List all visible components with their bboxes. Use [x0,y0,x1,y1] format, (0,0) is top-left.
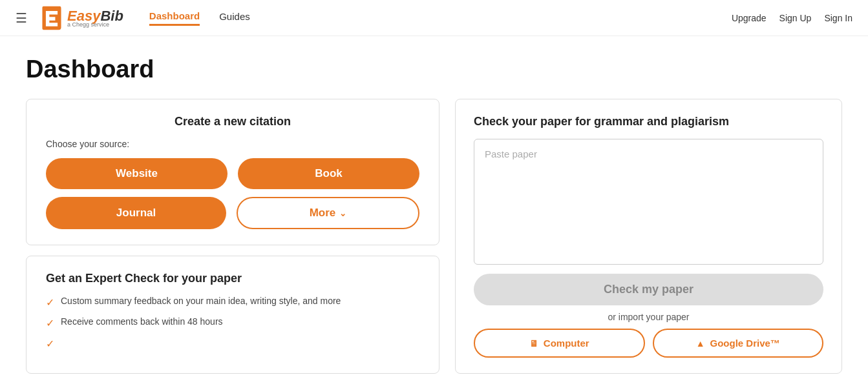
logo[interactable]: Easy Bib a Chegg service [40,5,123,31]
citation-card-title: Create a new citation [46,115,419,128]
computer-icon: 🖥 [529,338,538,349]
logo-subtitle: a Chegg service [67,22,123,28]
expert-item-1: ✓ Custom summary feedback on your main i… [46,296,419,309]
expert-item-1-text: Custom summary feedback on your main ide… [61,296,341,306]
header-left: ☰ Easy Bib a Chegg service Dashboard Gui… [16,5,250,31]
main-nav: Dashboard Guides [149,10,250,26]
grammar-card-title: Check your paper for grammar and plagiar… [474,115,823,128]
page-title: Dashboard [26,56,842,83]
import-buttons: 🖥 Computer ▲ Google Drive™ [474,329,823,358]
two-col-layout: Create a new citation Choose your source… [26,99,842,374]
more-label: More [310,207,336,219]
checkmark-icon-3: ✓ [46,338,54,350]
expert-item-3: ✓ [46,337,419,350]
source-row-1: Website Book [46,158,419,189]
header-right: Upgrade Sign Up Sign In [732,13,852,23]
google-drive-import-label: Google Drive™ [710,338,780,349]
check-paper-button[interactable]: Check my paper [474,274,823,305]
nav-item-guides[interactable]: Guides [219,11,250,25]
book-button[interactable]: Book [238,158,419,189]
or-import-label: or import your paper [474,312,823,322]
nav-item-dashboard[interactable]: Dashboard [149,10,200,26]
expert-item-2-text: Receive comments back within 48 hours [61,316,223,327]
checkmark-icon-2: ✓ [46,317,54,329]
expert-card-title: Get an Expert Check for your paper [46,272,419,285]
google-drive-import-button[interactable]: ▲ Google Drive™ [653,329,824,358]
google-drive-icon: ▲ [696,338,705,349]
citation-card: Create a new citation Choose your source… [26,99,439,245]
expert-item-2: ✓ Receive comments back within 48 hours [46,316,419,329]
signin-link[interactable]: Sign In [824,13,852,23]
logo-text: Easy Bib a Chegg service [67,8,123,28]
source-row-2: Journal More ⌄ [46,197,419,229]
computer-import-label: Computer [544,338,589,349]
website-button[interactable]: Website [46,158,228,189]
grammar-card: Check your paper for grammar and plagiar… [455,99,842,374]
chevron-down-icon: ⌄ [339,209,346,218]
choose-source-label: Choose your source: [46,139,419,149]
journal-button[interactable]: Journal [46,197,226,229]
expert-card: Get an Expert Check for your paper ✓ Cus… [26,256,439,374]
source-buttons: Website Book Journal More ⌄ [46,158,419,229]
computer-import-button[interactable]: 🖥 Computer [474,329,645,358]
paste-paper-textarea[interactable] [474,139,823,265]
main-content: Dashboard Create a new citation Choose y… [0,36,868,377]
signup-link[interactable]: Sign Up [779,13,812,23]
header: ☰ Easy Bib a Chegg service Dashboard Gui… [0,0,868,36]
left-column: Create a new citation Choose your source… [26,99,439,374]
checkmark-icon-1: ✓ [46,296,54,309]
upgrade-link[interactable]: Upgrade [732,13,767,23]
hamburger-icon[interactable]: ☰ [16,10,27,26]
logo-icon [40,5,63,31]
more-button[interactable]: More ⌄ [237,197,419,229]
